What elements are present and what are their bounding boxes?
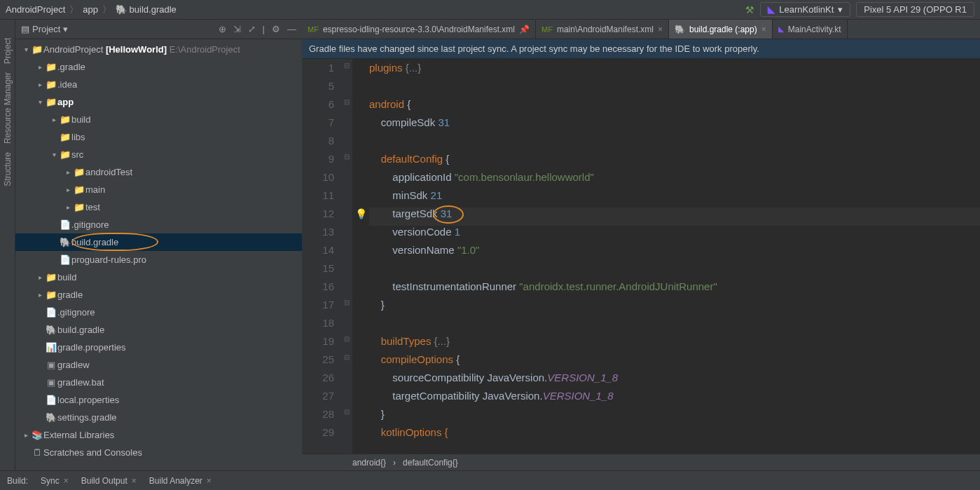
fold-marker[interactable] — [341, 426, 352, 444]
fold-marker[interactable]: ⊟ — [341, 153, 352, 171]
tree-chevron[interactable]: ▸ — [63, 186, 73, 193]
gutter-icon[interactable] — [352, 80, 369, 98]
tree-chevron[interactable]: ▸ — [21, 431, 31, 439]
run-config-selector[interactable]: ◣ LearnKotlinKt ▾ — [760, 2, 850, 17]
sync-notification[interactable]: Gradle files have changed since last pro… — [302, 39, 980, 59]
tree-node--gitignore[interactable]: 📄.gitignore — [15, 216, 302, 233]
gutter-icon[interactable] — [352, 98, 369, 116]
tree-node-gradle-properties[interactable]: 📊gradle.properties — [15, 339, 302, 356]
fold-marker[interactable]: ⊟ — [341, 408, 352, 426]
code-line[interactable] — [369, 317, 980, 335]
fold-marker[interactable]: ⊟ — [341, 62, 352, 80]
close-icon[interactable]: × — [207, 476, 212, 486]
gutter-icon[interactable] — [352, 408, 369, 426]
device-selector[interactable]: Pixel 5 API 29 (OPPO R1 — [856, 2, 974, 17]
tree-chevron[interactable]: ▸ — [35, 81, 45, 88]
code-line[interactable]: } — [369, 408, 980, 426]
fold-marker[interactable] — [341, 317, 352, 335]
code-line[interactable]: compileOptions { — [369, 353, 980, 372]
gutter-icon[interactable] — [352, 262, 369, 280]
gutter-icon[interactable] — [352, 226, 369, 244]
tree-node-test[interactable]: ▸📁test — [15, 198, 302, 216]
tree-chevron[interactable]: ▸ — [63, 203, 73, 211]
tree-node-scratches-and-consoles[interactable]: 🗒Scratches and Consoles — [15, 444, 302, 461]
gutter-icon[interactable] — [352, 390, 369, 408]
tree-node-proguard-rules-pro[interactable]: 📄proguard-rules.pro — [15, 251, 302, 268]
tool-window-resource-manager[interactable]: Resource Manager — [3, 68, 13, 148]
tree-node-build-gradle[interactable]: 🐘build.gradle — [15, 321, 302, 339]
tree-node-app[interactable]: ▾📁app — [15, 93, 302, 111]
code-line[interactable]: testInstrumentationRunner "androidx.test… — [369, 280, 980, 299]
gutter-icon[interactable] — [352, 280, 369, 299]
fold-marker[interactable] — [341, 116, 352, 135]
tool-window-structure[interactable]: Structure — [3, 148, 13, 191]
tree-node-gradlew[interactable]: ▣gradlew — [15, 356, 302, 374]
breadcrumb-item[interactable]: app — [83, 4, 98, 15]
tree-node--idea[interactable]: ▸📁.idea — [15, 76, 302, 93]
code-line[interactable]: buildTypes {...} — [369, 335, 980, 353]
project-tree[interactable]: ▾📁AndroidProject [HellowWorld] E:\Androi… — [15, 39, 302, 470]
tree-node-gradlew-bat[interactable]: ▣gradlew.bat — [15, 374, 302, 391]
code-line[interactable] — [369, 135, 980, 153]
editor-tab[interactable]: MFespresso-idling-resource-3.3.0\Android… — [302, 20, 536, 39]
code-line[interactable]: targetCompatibility JavaVersion.VERSION_… — [369, 390, 980, 408]
expand-icon[interactable]: ⇲ — [233, 24, 241, 34]
fold-marker[interactable] — [341, 244, 352, 262]
close-icon[interactable]: × — [658, 25, 663, 34]
tree-chevron[interactable]: ▾ — [21, 46, 31, 53]
fold-marker[interactable] — [341, 189, 352, 207]
tree-node-src[interactable]: ▾📁src — [15, 146, 302, 163]
gutter-icon[interactable] — [352, 244, 369, 262]
code-line[interactable]: defaultConfig { — [369, 153, 980, 171]
tree-node-build[interactable]: ▸📁build — [15, 268, 302, 286]
code-line[interactable]: compileSdk 31 — [369, 116, 980, 135]
fold-marker[interactable] — [341, 372, 352, 390]
gutter-icon[interactable] — [352, 62, 369, 80]
tree-node-build[interactable]: ▸📁build — [15, 111, 302, 128]
project-view-selector[interactable]: ▤ Project ▾ — [21, 24, 213, 34]
tree-node-build-gradle[interactable]: 🐘build.gradle — [15, 233, 302, 251]
tree-node-settings-gradle[interactable]: 🐘settings.gradle — [15, 409, 302, 426]
code-line[interactable]: } — [369, 299, 980, 317]
gutter-icon[interactable] — [352, 171, 369, 189]
tree-chevron[interactable]: ▾ — [49, 151, 59, 158]
editor-breadcrumbs[interactable]: android{}›defaultConfig{} — [302, 454, 980, 470]
code-line[interactable]: plugins {...} — [369, 62, 980, 80]
editor-tab[interactable]: ◣MainActivity.kt — [773, 20, 848, 39]
code-line[interactable] — [369, 80, 980, 98]
close-icon[interactable]: × — [64, 476, 69, 486]
pin-icon[interactable]: 📌 — [519, 25, 530, 34]
tree-node-main[interactable]: ▸📁main — [15, 181, 302, 198]
code-line[interactable]: kotlinOptions { — [369, 426, 980, 444]
tree-chevron[interactable]: ▸ — [49, 116, 59, 123]
gutter-icon[interactable] — [352, 335, 369, 353]
fold-column[interactable]: ⊟⊟⊟⊟⊟⊟⊟ — [341, 59, 352, 454]
fold-marker[interactable] — [341, 80, 352, 98]
fold-marker[interactable] — [341, 135, 352, 153]
code-line[interactable]: applicationId "com.bensonlaur.hellowworl… — [369, 171, 980, 189]
gear-icon[interactable]: ⚙ — [272, 24, 280, 34]
gutter-icon[interactable] — [352, 135, 369, 153]
code-content[interactable]: plugins {...}android { compileSdk 31 def… — [369, 59, 980, 454]
code-line[interactable]: sourceCompatibility JavaVersion.VERSION_… — [369, 372, 980, 390]
tree-node-androidproject[interactable]: ▾📁AndroidProject [HellowWorld] E:\Androi… — [15, 41, 302, 58]
breadcrumb-item[interactable]: AndroidProject — [6, 4, 65, 15]
gutter-icons[interactable]: 💡 — [352, 59, 369, 454]
code-line[interactable]: versionCode 1 — [369, 226, 980, 244]
gutter-icon[interactable] — [352, 426, 369, 444]
tree-node-local-properties[interactable]: 📄local.properties — [15, 391, 302, 409]
code-line[interactable]: targetSdk 31 — [369, 207, 980, 226]
close-icon[interactable]: × — [132, 476, 137, 486]
tree-chevron[interactable]: ▸ — [35, 63, 45, 71]
gutter-icon[interactable] — [352, 189, 369, 207]
fold-marker[interactable]: ⊟ — [341, 335, 352, 353]
gutter-icon[interactable] — [352, 317, 369, 335]
collapse-icon[interactable]: ⤢ — [248, 24, 256, 34]
gutter-icon[interactable] — [352, 353, 369, 372]
code-line[interactable]: android { — [369, 98, 980, 116]
fold-marker[interactable]: ⊟ — [341, 353, 352, 372]
fold-marker[interactable] — [341, 171, 352, 189]
tree-chevron[interactable]: ▾ — [35, 98, 45, 106]
gutter-icon[interactable]: 💡 — [352, 207, 369, 226]
editor-tab[interactable]: 🐘build.gradle (:app)× — [669, 20, 773, 39]
